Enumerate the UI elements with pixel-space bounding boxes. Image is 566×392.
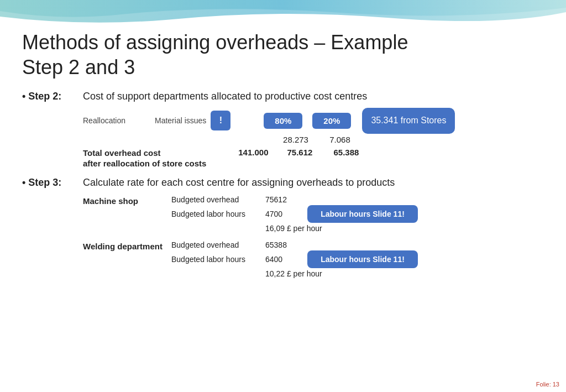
step2-description: Cost of support departments allocated to… — [83, 90, 549, 103]
total-label: Total overhead cost after reallocation o… — [83, 148, 206, 169]
step3-content: Calculate rate for each cost centre for … — [83, 176, 549, 278]
total-val1: 141.000 — [234, 148, 272, 157]
machine-labor-label: Budgeted labor hours — [171, 210, 265, 218]
exclamation-button[interactable]: ! — [211, 111, 230, 130]
total-row: Total overhead cost after reallocation o… — [83, 148, 549, 169]
realloc-values-row: 28.273 7.068 — [271, 135, 549, 144]
welding-dept-block: Welding department Budgeted overhead 653… — [83, 241, 549, 278]
total-val3: 65.388 — [327, 148, 365, 157]
step2-content: Cost of support departments allocated to… — [83, 90, 549, 169]
slide-title: Methods of assigning overheads – Example… — [22, 30, 549, 80]
realloc-val2: 7.068 — [321, 135, 359, 144]
welding-dept-name: Welding department — [83, 241, 171, 251]
step3-bullet: • Step 3: — [22, 176, 83, 189]
slide-content: Methods of assigning overheads – Example… — [22, 6, 549, 381]
reallocation-area: Reallocation Material issues ! 80% 20% 3… — [83, 108, 549, 169]
folio: Folie: 13 — [536, 381, 559, 388]
machine-rate: 16,09 £ per hour — [265, 224, 549, 233]
step2-bullet: • Step 2: — [22, 90, 83, 102]
machine-overhead-label: Budgeted overhead — [171, 195, 265, 204]
welding-overhead-label: Budgeted overhead — [171, 241, 265, 249]
total-val2: 75.612 — [280, 148, 319, 157]
realloc-header-row: Reallocation Material issues ! 80% 20% 3… — [83, 108, 549, 133]
realloc-val1: 28.273 — [276, 135, 315, 144]
pct2-box: 20% — [312, 113, 351, 129]
machine-shop-details: Budgeted overhead 75612 Budgeted labor h… — [171, 195, 549, 233]
welding-labour-callout: Labour hours Slide 11! — [307, 250, 418, 268]
machine-overhead-value: 75612 — [265, 195, 298, 204]
machine-labor-value: 4700 — [265, 210, 298, 218]
welding-labor-label: Budgeted labor hours — [171, 255, 265, 264]
step3-description: Calculate rate for each cost centre for … — [83, 176, 549, 190]
pct1-box: 80% — [264, 113, 302, 129]
welding-labor-value: 6400 — [265, 255, 298, 264]
machine-labour-callout: Labour hours Slide 11! — [307, 205, 418, 223]
welding-rate: 10,22 £ per hour — [265, 269, 549, 278]
machine-shop-overhead-row: Budgeted overhead 75612 — [171, 195, 549, 204]
machine-shop-name: Machine shop — [83, 195, 171, 206]
machine-shop-block: Machine shop Budgeted overhead 75612 Bud… — [83, 195, 549, 233]
welding-overhead-value: 65388 — [265, 241, 298, 249]
step2-block: • Step 2: Cost of support departments al… — [22, 90, 549, 169]
welding-labor-row: Budgeted labor hours 6400 Labour hours S… — [171, 250, 549, 268]
stores-callout: 35.341 from Stores — [362, 108, 455, 133]
material-issues-label: Material issues — [155, 116, 206, 126]
machine-shop-labor-row: Budgeted labor hours 4700 Labour hours S… — [171, 205, 549, 223]
welding-overhead-row: Budgeted overhead 65388 — [171, 241, 549, 249]
realloc-label: Reallocation — [83, 116, 155, 125]
welding-dept-details: Budgeted overhead 65388 Budgeted labor h… — [171, 241, 549, 278]
step3-block: • Step 3: Calculate rate for each cost c… — [22, 176, 549, 278]
